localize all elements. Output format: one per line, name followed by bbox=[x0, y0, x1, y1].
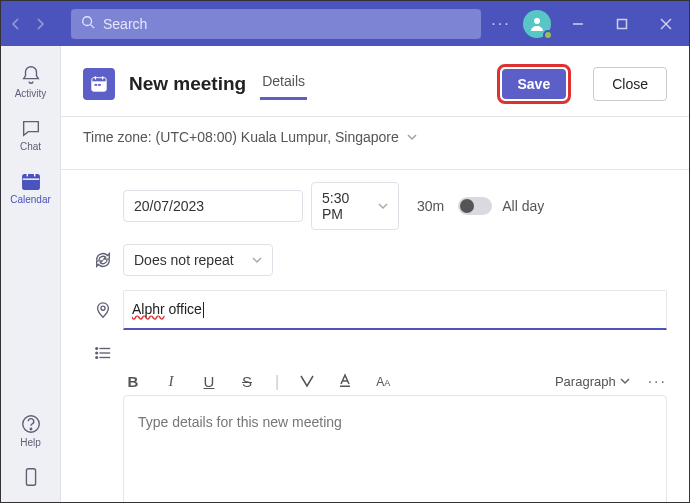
chevron-down-icon bbox=[252, 252, 262, 268]
svg-point-26 bbox=[96, 352, 98, 354]
description-icon bbox=[83, 344, 123, 362]
search-box[interactable] bbox=[71, 9, 481, 39]
svg-rect-7 bbox=[22, 175, 39, 190]
window-maximize-button[interactable] bbox=[605, 8, 639, 40]
rail-chat[interactable]: Chat bbox=[1, 111, 61, 158]
timezone-selector[interactable]: Time zone: (UTC+08:00) Kuala Lumpur, Sin… bbox=[61, 117, 689, 157]
avatar[interactable] bbox=[523, 10, 551, 38]
format-bold-button[interactable]: B bbox=[123, 373, 143, 390]
search-input[interactable] bbox=[103, 16, 471, 32]
svg-rect-15 bbox=[92, 78, 106, 82]
svg-point-2 bbox=[534, 18, 540, 24]
format-highlight-button[interactable] bbox=[297, 372, 317, 391]
rail-device[interactable] bbox=[1, 460, 61, 502]
svg-rect-4 bbox=[618, 19, 627, 28]
window-close-button[interactable] bbox=[649, 8, 683, 40]
location-input[interactable]: Alphr office bbox=[123, 290, 667, 330]
svg-point-25 bbox=[96, 348, 98, 350]
svg-line-1 bbox=[91, 24, 95, 28]
paragraph-label: Paragraph bbox=[555, 374, 616, 389]
all-day-toggle[interactable] bbox=[458, 197, 492, 215]
svg-rect-20 bbox=[98, 84, 101, 86]
svg-point-27 bbox=[96, 357, 98, 359]
rail-label: Calendar bbox=[10, 194, 51, 205]
nav-forward[interactable] bbox=[31, 15, 49, 33]
svg-point-12 bbox=[30, 428, 31, 429]
svg-point-21 bbox=[101, 306, 105, 310]
timezone-label: Time zone: (UTC+08:00) Kuala Lumpur, Sin… bbox=[83, 129, 399, 145]
editor-placeholder: Type details for this new meeting bbox=[138, 414, 342, 430]
recurrence-value: Does not repeat bbox=[134, 252, 238, 268]
format-strike-button[interactable]: S bbox=[237, 373, 257, 390]
rail-label: Chat bbox=[20, 141, 41, 152]
text-caret bbox=[203, 302, 204, 318]
highlight-save: Save bbox=[497, 64, 572, 104]
app-more-icon[interactable]: ··· bbox=[489, 15, 513, 33]
window-minimize-button[interactable] bbox=[561, 8, 595, 40]
svg-rect-19 bbox=[95, 84, 98, 86]
toolbar-more-button[interactable]: ··· bbox=[648, 373, 667, 391]
description-editor[interactable]: Type details for this new meeting bbox=[123, 395, 667, 502]
duration-label: 30m bbox=[417, 198, 444, 214]
search-icon bbox=[81, 15, 95, 33]
rail-help[interactable]: Help bbox=[1, 407, 61, 454]
recurrence-selector[interactable]: Does not repeat bbox=[123, 244, 273, 276]
close-button[interactable]: Close bbox=[593, 67, 667, 101]
location-icon bbox=[83, 301, 123, 319]
location-word: office bbox=[169, 301, 202, 317]
paragraph-style-selector[interactable]: Paragraph bbox=[555, 374, 630, 389]
format-fontsize-button[interactable]: AA bbox=[373, 375, 393, 389]
date-picker[interactable]: 20/07/2023 bbox=[123, 190, 303, 222]
tab-details[interactable]: Details bbox=[260, 73, 307, 100]
chevron-down-icon bbox=[620, 374, 630, 389]
rail-label: Help bbox=[20, 437, 41, 448]
location-word: Alphr bbox=[132, 301, 165, 317]
svg-rect-28 bbox=[340, 386, 350, 388]
time-picker[interactable]: 5:30 PM bbox=[311, 182, 399, 230]
rail-label: Activity bbox=[15, 88, 47, 99]
all-day-label: All day bbox=[502, 198, 544, 214]
time-value: 5:30 PM bbox=[322, 190, 364, 222]
date-value: 20/07/2023 bbox=[134, 198, 204, 214]
svg-rect-13 bbox=[26, 469, 35, 486]
save-button[interactable]: Save bbox=[502, 69, 567, 99]
chevron-down-icon bbox=[407, 129, 417, 145]
format-fontcolor-button[interactable] bbox=[335, 372, 355, 391]
chevron-down-icon bbox=[378, 198, 388, 214]
format-italic-button[interactable]: I bbox=[161, 373, 181, 390]
separator: | bbox=[275, 373, 279, 391]
page-title: New meeting bbox=[129, 73, 246, 95]
calendar-icon bbox=[83, 68, 115, 100]
svg-point-0 bbox=[83, 16, 92, 25]
format-underline-button[interactable]: U bbox=[199, 373, 219, 390]
repeat-icon bbox=[83, 251, 123, 269]
rail-calendar[interactable]: Calendar bbox=[1, 164, 61, 211]
presence-available-icon bbox=[543, 30, 553, 40]
rail-activity[interactable]: Activity bbox=[1, 58, 61, 105]
nav-back[interactable] bbox=[7, 15, 25, 33]
